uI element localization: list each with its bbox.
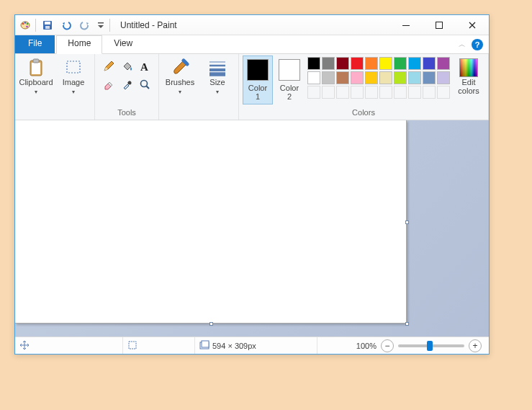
ribbon-tabs: File Home View ︿ ? xyxy=(15,35,489,54)
custom-color-slot[interactable] xyxy=(394,86,407,99)
customize-qat-dropdown[interactable] xyxy=(96,18,105,32)
color-swatch[interactable] xyxy=(437,71,450,84)
svg-point-3 xyxy=(27,22,29,24)
color1-label: Color 1 xyxy=(248,84,267,101)
zoom-thumb[interactable] xyxy=(427,341,433,351)
select-icon xyxy=(66,59,81,76)
tab-file[interactable]: File xyxy=(15,35,55,53)
color-swatch[interactable] xyxy=(365,71,378,84)
svg-point-1 xyxy=(22,22,24,24)
color-swatch[interactable] xyxy=(351,57,364,70)
window-title: Untitled - Paint xyxy=(120,20,177,30)
svg-rect-12 xyxy=(32,63,40,74)
color-swatch[interactable] xyxy=(336,71,349,84)
svg-rect-28 xyxy=(202,341,209,347)
custom-color-slot[interactable] xyxy=(365,86,378,99)
ribbon: Clipboard ▾ Image ▾ A xyxy=(15,54,489,120)
svg-rect-8 xyxy=(98,22,104,24)
save-button[interactable] xyxy=(40,18,55,32)
color2-button[interactable]: Color 2 xyxy=(274,55,305,104)
color-swatch[interactable] xyxy=(408,57,421,70)
svg-rect-6 xyxy=(45,22,50,24)
brushes-label: Brushes xyxy=(166,78,194,86)
custom-color-slot[interactable] xyxy=(322,86,335,99)
color-swatch[interactable] xyxy=(423,71,436,84)
pencil-tool[interactable] xyxy=(101,58,117,74)
color1-button[interactable]: Color 1 xyxy=(243,55,273,104)
resize-handle-right[interactable] xyxy=(405,220,409,224)
size-button[interactable]: Size ▾ xyxy=(199,55,235,99)
custom-color-slot[interactable] xyxy=(379,86,392,99)
maximize-button[interactable] xyxy=(423,15,456,35)
color-swatch[interactable] xyxy=(351,71,364,84)
tools-group-label: Tools xyxy=(117,107,136,120)
magnifier-tool[interactable] xyxy=(137,76,153,92)
titlebar: Untitled - Paint xyxy=(15,15,489,35)
redo-button[interactable] xyxy=(78,18,92,32)
resize-handle-bottom[interactable] xyxy=(209,322,213,326)
color-swatch[interactable] xyxy=(336,57,349,70)
picker-tool[interactable] xyxy=(119,76,135,92)
zoom-level: 100% xyxy=(356,342,377,350)
color-swatch[interactable] xyxy=(379,57,392,70)
rainbow-icon xyxy=(459,59,478,76)
minimize-button[interactable] xyxy=(389,15,423,35)
svg-rect-10 xyxy=(436,22,443,28)
color-swatch[interactable] xyxy=(408,71,421,84)
help-button[interactable]: ? xyxy=(472,39,483,50)
svg-rect-7 xyxy=(45,26,50,29)
brushes-button[interactable]: Brushes ▾ xyxy=(162,55,198,99)
tools-grid: A xyxy=(98,55,155,95)
image-button[interactable]: Image ▾ xyxy=(55,55,91,99)
custom-color-slot[interactable] xyxy=(351,86,364,99)
color-swatch[interactable] xyxy=(322,71,335,84)
cursor-position-icon xyxy=(19,340,30,352)
fill-tool[interactable] xyxy=(119,58,135,74)
custom-color-slot[interactable] xyxy=(437,86,450,99)
color-swatch[interactable] xyxy=(322,57,335,70)
color-swatch[interactable] xyxy=(307,71,320,84)
zoom-in-button[interactable]: + xyxy=(469,339,482,352)
text-tool[interactable]: A xyxy=(137,58,153,74)
canvas[interactable] xyxy=(15,120,407,324)
eraser-tool[interactable] xyxy=(101,76,117,92)
edit-colors-button[interactable]: Edit colors xyxy=(453,55,484,99)
zoom-slider[interactable] xyxy=(398,344,464,347)
separator xyxy=(109,19,110,32)
color-swatch[interactable] xyxy=(394,57,407,70)
clipboard-label: Clipboard xyxy=(19,78,53,86)
custom-color-slot[interactable] xyxy=(423,86,436,99)
color1-swatch xyxy=(247,59,269,81)
color-palette xyxy=(306,55,451,100)
color-swatch[interactable] xyxy=(423,57,436,70)
svg-rect-26 xyxy=(129,342,136,349)
chevron-down-icon: ▾ xyxy=(216,89,219,95)
tab-home[interactable]: Home xyxy=(56,35,102,54)
zoom-out-button[interactable]: − xyxy=(381,339,394,352)
brush-icon xyxy=(171,59,189,76)
svg-point-2 xyxy=(24,22,27,24)
size-label: Size xyxy=(209,78,225,86)
paint-app-icon xyxy=(19,19,31,31)
color-swatch[interactable] xyxy=(365,57,378,70)
color-swatch[interactable] xyxy=(394,71,407,84)
color-swatch[interactable] xyxy=(437,57,450,70)
close-button[interactable] xyxy=(456,15,489,35)
tab-view[interactable]: View xyxy=(102,35,144,53)
custom-color-slot[interactable] xyxy=(408,86,421,99)
undo-button[interactable] xyxy=(59,18,73,32)
image-dimensions: 594 × 309px xyxy=(212,342,256,350)
custom-color-slot[interactable] xyxy=(307,86,320,99)
status-bar: 594 × 309px 100% − + xyxy=(15,337,489,354)
chevron-down-icon: ▾ xyxy=(72,89,75,95)
color-swatch[interactable] xyxy=(379,71,392,84)
custom-color-slot[interactable] xyxy=(336,86,349,99)
color2-swatch xyxy=(279,59,300,81)
color-swatch[interactable] xyxy=(307,57,320,70)
collapse-ribbon-button[interactable]: ︿ xyxy=(459,40,466,50)
chevron-down-icon: ▾ xyxy=(35,89,37,95)
svg-point-18 xyxy=(141,81,148,87)
clipboard-button[interactable]: Clipboard ▾ xyxy=(18,55,54,99)
resize-handle-corner[interactable] xyxy=(405,322,409,326)
canvas-area[interactable] xyxy=(15,120,489,337)
